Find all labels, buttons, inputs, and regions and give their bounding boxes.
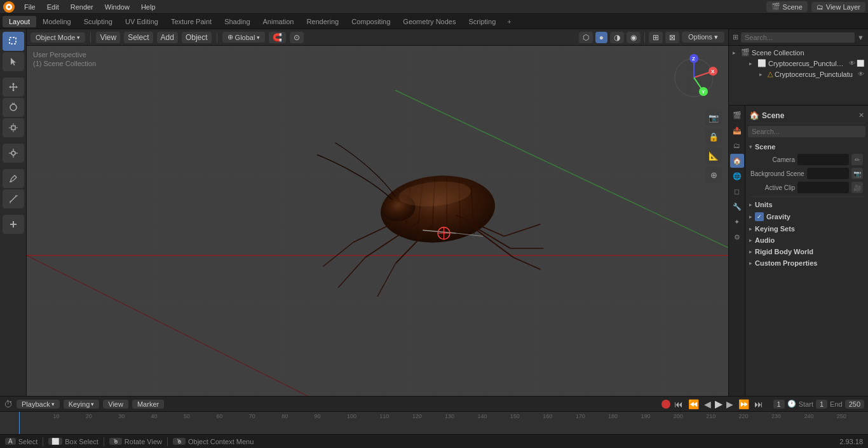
transform-pivot-icon[interactable]: ⊕ — [705, 166, 722, 183]
options-btn[interactable]: Options ▾ — [682, 32, 724, 43]
audio-section[interactable]: ▸ Audio — [748, 234, 865, 246]
prev-keyframe-btn[interactable]: ⏪ — [687, 399, 700, 409]
visibility-icon-0[interactable]: 👁 — [849, 60, 855, 67]
view-menu-btn[interactable]: View — [96, 32, 120, 43]
camera-edit-icon[interactable]: ✏ — [851, 154, 863, 165]
current-frame-input[interactable]: 1 — [773, 400, 785, 409]
prop-tab-render[interactable]: 🎬 — [730, 108, 744, 122]
playback-btn[interactable]: Playback ▾ — [17, 400, 60, 409]
step-forward-btn[interactable]: ▶ — [725, 399, 735, 409]
object-mode-selector[interactable]: Object Mode ▾ — [31, 32, 85, 43]
filter-icon[interactable]: ▼ — [857, 34, 864, 41]
lock-camera-icon[interactable]: 🔒 — [705, 128, 722, 145]
play-btn[interactable]: ▶ — [715, 398, 722, 410]
jump-start-btn[interactable]: ⏮ — [673, 399, 684, 409]
keying-btn[interactable]: Keying ▾ — [64, 400, 100, 409]
prop-tab-physics[interactable]: ⚙ — [730, 230, 744, 244]
bg-scene-value[interactable] — [807, 168, 849, 179]
camera-view-icon[interactable]: 📷 — [705, 109, 722, 126]
3d-viewport[interactable]: User Perspective (1) Scene Collection X … — [27, 46, 728, 396]
end-frame-input[interactable]: 250 — [845, 400, 864, 409]
outliner-item-1[interactable]: ▸ △ Cryptocercus_Punctulatu 👁 — [739, 69, 868, 79]
scene-section-header[interactable]: ▾ Scene — [748, 141, 865, 153]
menu-help[interactable]: Help — [136, 2, 161, 12]
visibility-icon-1[interactable]: 👁 — [858, 71, 864, 78]
playhead-cursor[interactable] — [19, 412, 20, 434]
transform-tool[interactable] — [3, 144, 24, 163]
tab-uv-editing[interactable]: UV Editing — [119, 16, 165, 27]
snap-btn[interactable]: 🧲 — [269, 32, 286, 43]
rendered-btn[interactable]: ◉ — [627, 32, 641, 43]
move-tool[interactable] — [3, 78, 24, 97]
gravity-section[interactable]: ▸ ✓ Gravity — [748, 210, 865, 223]
render-region-icon[interactable]: 📐 — [705, 147, 722, 164]
cursor-tool[interactable] — [3, 52, 24, 71]
custom-props-section[interactable]: ▸ Custom Properties — [748, 257, 865, 269]
rigid-body-section[interactable]: ▸ Rigid Body World — [748, 246, 865, 257]
menu-render[interactable]: Render — [65, 2, 98, 12]
view-btn[interactable]: View — [103, 400, 128, 409]
annotate-tool[interactable] — [3, 169, 24, 188]
clock-icon[interactable]: 🕐 — [787, 400, 796, 408]
start-frame-input[interactable]: 1 — [816, 400, 827, 409]
scene-options-icon[interactable]: ✕ — [858, 111, 864, 119]
gravity-checkbox[interactable]: ✓ — [755, 212, 764, 221]
tab-layout[interactable]: Layout — [3, 16, 36, 27]
units-section[interactable]: ▸ Units — [748, 199, 865, 210]
prop-tab-output[interactable]: 📤 — [730, 123, 744, 137]
tab-modeling[interactable]: Modeling — [36, 16, 78, 27]
record-btn[interactable] — [661, 400, 670, 409]
overlay-btn[interactable]: ⊞ — [649, 32, 663, 43]
tab-compositing[interactable]: Compositing — [345, 16, 397, 27]
proportional-btn[interactable]: ⊙ — [290, 32, 304, 43]
timeline-menu-icon[interactable]: ⏱ — [4, 399, 13, 409]
tab-animation[interactable]: Animation — [257, 16, 301, 27]
tab-geometry-nodes[interactable]: Geometry Nodes — [397, 16, 462, 27]
keying-sets-section[interactable]: ▸ Keying Sets — [748, 223, 865, 234]
add-tool[interactable] — [3, 215, 24, 234]
prop-tab-world[interactable]: 🌐 — [730, 169, 744, 183]
bg-scene-icon[interactable]: 📷 — [851, 168, 863, 179]
scene-collection-item[interactable]: ▸ 🎬 Scene Collection — [729, 47, 868, 58]
measure-tool[interactable] — [3, 189, 24, 208]
xray-btn[interactable]: ⊠ — [665, 32, 679, 43]
material-preview-btn[interactable]: ◑ — [610, 32, 624, 43]
tab-texture-paint[interactable]: Texture Paint — [165, 16, 218, 27]
active-clip-icon[interactable]: 🎥 — [851, 182, 863, 193]
menu-edit[interactable]: Edit — [42, 2, 64, 12]
prop-tab-modifiers[interactable]: 🔧 — [730, 200, 744, 214]
scale-tool[interactable] — [3, 118, 24, 137]
active-clip-value[interactable] — [797, 182, 849, 193]
select-box-tool[interactable] — [3, 32, 24, 51]
jump-end-btn[interactable]: ⏭ — [753, 399, 764, 409]
marker-btn[interactable]: Marker — [132, 400, 164, 409]
orientation-gizmo[interactable]: X Y Z — [668, 52, 719, 103]
next-keyframe-btn[interactable]: ⏩ — [737, 399, 750, 409]
prop-search-input[interactable] — [748, 126, 865, 137]
outliner-search[interactable] — [741, 32, 855, 43]
scene-selector[interactable]: 🎬 Scene — [766, 1, 808, 12]
add-menu-btn[interactable]: Add — [157, 32, 178, 43]
add-workspace-button[interactable]: + — [502, 16, 516, 27]
camera-value[interactable] — [797, 154, 849, 165]
timeline-track[interactable]: 10 20 30 40 50 60 70 80 90 100 110 120 1… — [0, 412, 868, 434]
transform-selector[interactable]: ⊕ Global ▾ — [222, 32, 266, 43]
solid-btn[interactable]: ● — [595, 32, 607, 43]
prop-tab-scene[interactable]: 🏠 — [730, 154, 744, 168]
prop-tab-object[interactable]: ◻ — [730, 184, 744, 198]
prop-tab-view-layer[interactable]: 🗂 — [730, 139, 744, 153]
tab-rendering[interactable]: Rendering — [300, 16, 345, 27]
hide-icon-0[interactable]: ⬜ — [857, 60, 864, 67]
object-menu-btn[interactable]: Object — [182, 32, 212, 43]
select-menu-btn[interactable]: Select — [124, 32, 153, 43]
menu-window[interactable]: Window — [100, 2, 135, 12]
menu-file[interactable]: File — [19, 2, 41, 12]
view-layer-selector[interactable]: 🗂 View Layer — [811, 2, 865, 12]
tab-shading[interactable]: Shading — [218, 16, 256, 27]
step-back-btn[interactable]: ◀ — [703, 399, 712, 409]
tab-sculpting[interactable]: Sculpting — [78, 16, 119, 27]
tab-scripting[interactable]: Scripting — [462, 16, 502, 27]
wireframe-btn[interactable]: ⬡ — [579, 32, 593, 43]
rotate-tool[interactable] — [3, 98, 24, 117]
prop-tab-particles[interactable]: ✦ — [730, 215, 744, 229]
